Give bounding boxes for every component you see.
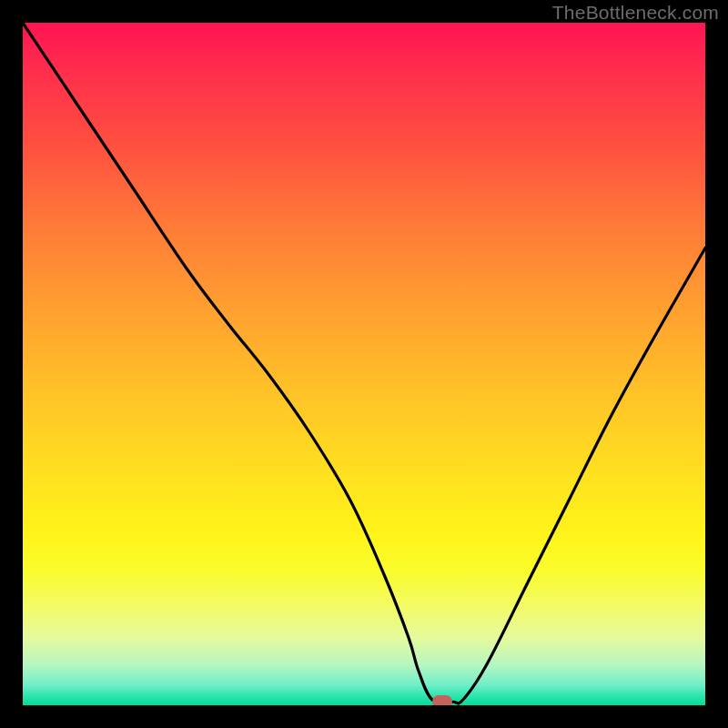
bottleneck-curve-line xyxy=(23,23,705,703)
watermark-text: TheBottleneck.com xyxy=(552,2,719,24)
optimal-point-marker xyxy=(432,695,452,706)
chart-curve-svg xyxy=(23,23,705,705)
chart-plot-area xyxy=(23,23,705,705)
